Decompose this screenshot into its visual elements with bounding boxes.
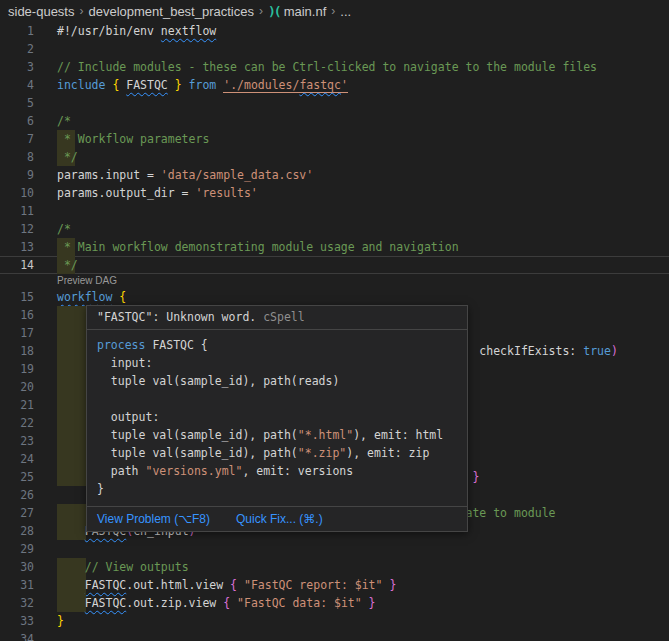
code-token: ) bbox=[611, 344, 618, 358]
code-line[interactable]: 3// Include modules - these can be Ctrl-… bbox=[0, 58, 669, 76]
code-line-content: workflow { bbox=[57, 288, 126, 306]
breadcrumb-item-side-quests[interactable]: side-quests bbox=[8, 4, 74, 19]
breadcrumb-separator: › bbox=[331, 4, 335, 18]
code-token: { bbox=[112, 78, 126, 92]
line-number: 27 bbox=[0, 504, 34, 522]
code-token: nextflow bbox=[161, 24, 216, 38]
code-token: include bbox=[57, 78, 112, 92]
code-line[interactable]: 30 // View outputs bbox=[0, 558, 669, 576]
line-number: 9 bbox=[0, 166, 34, 184]
code-token: from bbox=[189, 78, 224, 92]
hover-code-line: path "versions.yml", emit: versions bbox=[97, 462, 457, 480]
line-number: 1 bbox=[0, 22, 34, 40]
code-token: } bbox=[389, 578, 396, 592]
code-token: input: bbox=[97, 356, 152, 370]
breadcrumb: side-quests›development_best_practices›)… bbox=[0, 0, 669, 22]
line-number: 34 bbox=[0, 630, 34, 641]
breadcrumb-item-main-nf[interactable]: )(main.nf bbox=[268, 4, 326, 19]
line-number: 4 bbox=[0, 76, 34, 94]
code-token: FASTQC bbox=[126, 78, 168, 92]
module-link[interactable]: fastqc bbox=[299, 78, 341, 93]
line-number: 23 bbox=[0, 432, 34, 450]
code-token: tuple val(sample_id), path( bbox=[97, 428, 298, 442]
quick-fix-link[interactable]: Quick Fix... (⌘.) bbox=[236, 512, 323, 526]
code-token: "*.zip" bbox=[298, 446, 346, 460]
code-line[interactable]: 15workflow { bbox=[0, 288, 669, 306]
code-line-content: FASTQC.out.zip.view { "FastQC data: $it"… bbox=[57, 594, 376, 612]
code-line[interactable]: 4include { FASTQC } from './modules/fast… bbox=[0, 76, 669, 94]
code-token: "FastQC data: $it" bbox=[237, 596, 362, 610]
hover-actions: View Problem (⌥F8)Quick Fix... (⌘.) bbox=[87, 506, 467, 531]
hover-code-line: tuple val(sample_id), path(reads) bbox=[97, 372, 457, 390]
code-token: , emit: versions bbox=[242, 464, 353, 478]
code-line-content: */ bbox=[57, 148, 78, 166]
code-line-content: params.output_dir = 'results' bbox=[57, 184, 258, 202]
code-line-content: /* bbox=[57, 112, 71, 130]
line-number: 3 bbox=[0, 58, 34, 76]
breadcrumb-label: ... bbox=[340, 4, 351, 19]
hover-code-line: output: bbox=[97, 408, 457, 426]
hover-tooltip: "FASTQC": Unknown word. cSpell process F… bbox=[86, 305, 468, 532]
line-number: 26 bbox=[0, 486, 34, 504]
code-line[interactable]: 31 FASTQC.out.html.view { "FastQC report… bbox=[0, 576, 669, 594]
code-token: /* bbox=[57, 114, 71, 128]
code-token: } bbox=[97, 482, 104, 496]
code-token: "versions.yml" bbox=[145, 464, 242, 478]
line-number: 28 bbox=[0, 522, 34, 540]
line-number: 6 bbox=[0, 112, 34, 130]
code-line[interactable]: 32 FASTQC.out.zip.view { "FastQC data: $… bbox=[0, 594, 669, 612]
line-number: 31 bbox=[0, 576, 34, 594]
code-line[interactable]: 10params.output_dir = 'results' bbox=[0, 184, 669, 202]
code-line[interactable]: 34 bbox=[0, 630, 669, 641]
code-line[interactable]: 14 */ bbox=[0, 256, 669, 274]
code-line[interactable]: 11 bbox=[0, 202, 669, 220]
indent-highlight bbox=[57, 324, 86, 342]
code-token: */ bbox=[57, 150, 78, 164]
line-number: 11 bbox=[0, 202, 34, 220]
line-number: 33 bbox=[0, 612, 34, 630]
code-line[interactable]: 5 bbox=[0, 94, 669, 112]
module-link[interactable]: ' bbox=[341, 78, 348, 93]
indent-highlight bbox=[57, 306, 86, 324]
indent-highlight bbox=[57, 396, 86, 414]
code-line[interactable]: 1#!/usr/bin/env nextflow bbox=[0, 22, 669, 40]
code-line[interactable]: 29 bbox=[0, 540, 669, 558]
module-link[interactable]: './modules/ bbox=[223, 78, 299, 93]
code-token: params.output_dir = bbox=[57, 186, 195, 200]
code-line[interactable]: 8 */ bbox=[0, 148, 669, 166]
code-line[interactable]: 6/* bbox=[0, 112, 669, 130]
code-token: path bbox=[97, 464, 145, 478]
code-token: ), emit: zip bbox=[346, 446, 429, 460]
code-line-content: /* bbox=[57, 220, 71, 238]
code-line[interactable]: 13 * Main workflow demonstrating module … bbox=[0, 238, 669, 256]
breadcrumb-item-development-best-practices[interactable]: development_best_practices bbox=[88, 4, 254, 19]
codelens-preview-dag[interactable]: Preview DAG bbox=[57, 275, 117, 286]
code-line[interactable]: 33} bbox=[0, 612, 669, 630]
code-token: tuple val(sample_id), path(reads) bbox=[97, 374, 339, 388]
breadcrumb-separator: › bbox=[259, 4, 263, 18]
code-line[interactable]: 12/* bbox=[0, 220, 669, 238]
code-line[interactable]: 9params.input = 'data/sample_data.csv' bbox=[0, 166, 669, 184]
hover-code-line bbox=[97, 390, 457, 408]
line-number: 7 bbox=[0, 130, 34, 148]
code-line-content: } bbox=[57, 612, 64, 630]
code-token: 'results' bbox=[195, 186, 257, 200]
code-token: output: bbox=[97, 410, 159, 424]
code-line-content: params.input = 'data/sample_data.csv' bbox=[57, 166, 313, 184]
code-token bbox=[362, 596, 369, 610]
code-token: } bbox=[369, 596, 376, 610]
code-token: * Workflow parameters bbox=[57, 132, 209, 146]
line-number: 24 bbox=[0, 450, 34, 468]
code-token: "*.html" bbox=[298, 428, 353, 442]
hover-code-line: input: bbox=[97, 354, 457, 372]
view-problem-link[interactable]: View Problem (⌥F8) bbox=[97, 512, 210, 526]
breadcrumb-item--[interactable]: ... bbox=[340, 4, 351, 19]
line-number: 16 bbox=[0, 306, 34, 324]
code-line[interactable]: 7 * Workflow parameters bbox=[0, 130, 669, 148]
line-number: 10 bbox=[0, 184, 34, 202]
code-line[interactable]: 2 bbox=[0, 40, 669, 58]
indent-highlight bbox=[57, 378, 86, 396]
hover-code-line: tuple val(sample_id), path("*.html"), em… bbox=[97, 426, 457, 444]
code-token: FASTQC bbox=[85, 596, 127, 610]
code-token: 'data/sample_data.csv' bbox=[161, 168, 313, 182]
